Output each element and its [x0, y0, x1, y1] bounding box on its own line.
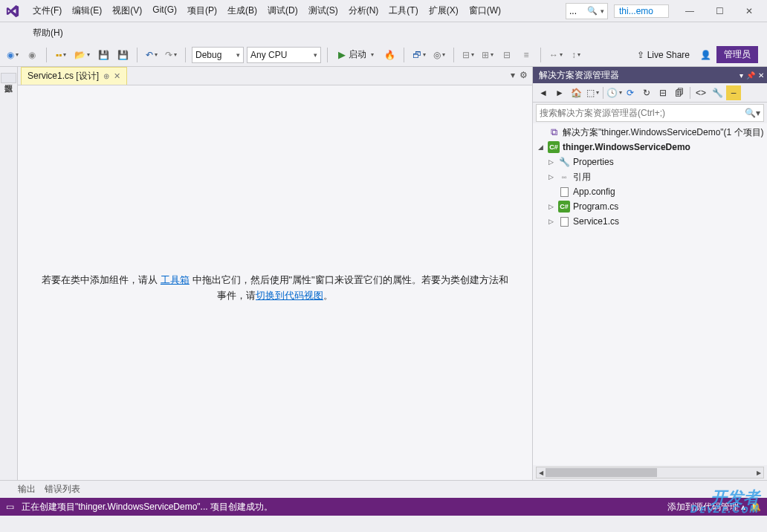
maximize-button[interactable]: ☐ [705, 0, 734, 22]
menu-view[interactable]: 视图(V) [108, 1, 146, 20]
pin-icon[interactable]: ⊕ [103, 72, 109, 80]
back-icon[interactable]: ◄ [536, 85, 551, 100]
save-button[interactable]: 💾 [95, 46, 111, 64]
align-mid-button[interactable]: ≡ [518, 46, 534, 64]
quick-launch-input[interactable] [569, 6, 587, 16]
document-tab-service1[interactable]: Service1.cs [设计] ⊕ ✕ [21, 67, 127, 85]
liveshare-icon: ⇪ [637, 50, 644, 60]
toolbox-link[interactable]: 工具箱 [161, 274, 190, 285]
search-placeholder: 搜索解决方案资源管理器(Ctrl+;) [540, 107, 665, 120]
output-tab[interactable]: 输出 [18, 483, 36, 496]
wrench-icon: 🔧 [558, 156, 570, 168]
switch-to-code-link[interactable]: 切换到代码视图 [256, 290, 323, 301]
spacing-v-button[interactable]: ↕ [568, 46, 584, 64]
tree-node-service1[interactable]: ▷ Service1.cs [533, 214, 767, 229]
align-center-button[interactable]: ⊞ [479, 46, 496, 64]
expander-icon[interactable]: ▷ [546, 218, 555, 225]
tab-label: Service1.cs [设计] [27, 70, 99, 82]
browser-link-button[interactable]: 🗗 [410, 46, 428, 64]
preview-selected-icon[interactable]: – [726, 85, 741, 100]
hot-reload-button[interactable]: 🔥 [381, 46, 398, 64]
solution-tree: ⧉ 解决方案"thinger.WindowsServiceDemo"(1 个项目… [533, 123, 767, 465]
solution-explorer-header[interactable]: 解决方案资源管理器 ▾ 📌 ✕ [533, 67, 767, 83]
play-icon: ▶ [338, 49, 346, 60]
live-share-button[interactable]: ⇪ Live Share [632, 46, 694, 64]
switch-views-icon[interactable]: ⬚ [585, 85, 600, 100]
tree-node-appconfig[interactable]: App.config [533, 184, 767, 199]
scroll-right-icon[interactable]: ▶ [754, 467, 763, 478]
window-position-icon[interactable]: ▾ [740, 71, 743, 80]
search-icon[interactable]: 🔍▾ [745, 108, 760, 118]
start-label: 启动 [349, 48, 366, 61]
tree-node-program[interactable]: ▷ C# Program.cs [533, 199, 767, 214]
expander-icon[interactable]: ▷ [546, 158, 555, 166]
solution-config-combo[interactable]: Debug▾ [192, 47, 244, 63]
tree-node-references[interactable]: ▷ ▫▫ 引用 [533, 169, 767, 184]
spacing-h-button[interactable]: ↔ [547, 46, 565, 64]
chevron-down-icon[interactable]: ▾ [601, 7, 604, 15]
nav-back-button[interactable]: ◉ [4, 46, 21, 64]
notification-icon[interactable]: 🔔 [750, 502, 761, 512]
scroll-left-icon[interactable]: ◀ [537, 467, 546, 478]
collapse-all-icon[interactable]: ⊟ [656, 85, 670, 100]
align-top-button[interactable]: ⊟ [499, 46, 515, 64]
main-menu: 文件(F) 编辑(E) 视图(V) Git(G) 项目(P) 生成(B) 调试(… [25, 1, 566, 20]
tree-node-properties[interactable]: ▷ 🔧 Properties [533, 155, 767, 169]
open-file-button[interactable]: 📂 [72, 46, 92, 64]
solution-platform-combo[interactable]: Any CPU▾ [247, 47, 321, 63]
tree-node-solution[interactable]: ⧉ 解决方案"thinger.WindowsServiceDemo"(1 个项目… [533, 125, 767, 140]
close-panel-icon[interactable]: ✕ [758, 71, 764, 80]
menu-file[interactable]: 文件(F) [28, 1, 66, 20]
admin-badge: 管理员 [716, 46, 758, 63]
menu-extensions[interactable]: 扩展(X) [424, 1, 463, 20]
view-code-icon[interactable]: <> [693, 85, 708, 100]
new-project-button[interactable]: ▪▪ [53, 46, 69, 64]
undo-button[interactable]: ↶ [143, 46, 160, 64]
refresh-icon[interactable]: ↻ [639, 85, 654, 100]
menu-project[interactable]: 项目(P) [183, 1, 221, 20]
tab-dropdown-icon[interactable]: ▾ [511, 70, 515, 80]
start-debugging-button[interactable]: ▶ 启动 [334, 46, 378, 64]
status-bar: ▭ 正在创建项目"thinger.WindowsServiceDemo"... … [0, 498, 767, 516]
expander-icon[interactable]: ◢ [536, 143, 545, 151]
expander-icon[interactable]: ▷ [546, 203, 555, 210]
tree-node-project[interactable]: ◢ C# thinger.WindowsServiceDemo [533, 140, 767, 155]
close-button[interactable]: ✕ [734, 0, 764, 22]
scroll-thumb[interactable] [546, 468, 657, 477]
menu-test[interactable]: 测试(S) [304, 1, 343, 20]
menu-debug[interactable]: 调试(D) [263, 1, 302, 20]
expander-icon[interactable]: ▷ [546, 173, 555, 181]
solution-name-display[interactable]: thi...emo [614, 4, 669, 18]
auto-hide-icon[interactable]: 📌 [746, 71, 755, 80]
menu-window[interactable]: 窗口(W) [465, 1, 505, 20]
preview-button[interactable]: ◎ [431, 46, 447, 64]
solution-explorer-search[interactable]: 搜索解决方案资源管理器(Ctrl+;) 🔍▾ [536, 104, 764, 122]
close-tab-icon[interactable]: ✕ [114, 71, 120, 81]
add-to-source-control[interactable]: 添加到源代码管理 ▴ [667, 501, 745, 513]
show-all-files-icon[interactable]: 🗐 [672, 85, 687, 100]
error-list-tab[interactable]: 错误列表 [45, 483, 80, 496]
data-sources-tab[interactable]: 数据源 [1, 73, 16, 83]
redo-button[interactable]: ↷ [163, 46, 179, 64]
tab-settings-icon[interactable]: ⚙ [520, 70, 528, 80]
horizontal-scrollbar[interactable]: ◀ ▶ [536, 467, 764, 479]
menu-tools[interactable]: 工具(T) [384, 1, 422, 20]
menu-git[interactable]: Git(G) [148, 1, 181, 20]
sync-icon[interactable]: ⟳ [623, 85, 638, 100]
align-left-button[interactable]: ⊟ [460, 46, 476, 64]
menu-build[interactable]: 生成(B) [223, 1, 262, 20]
quick-launch-search[interactable]: 🔍 ▾ [566, 3, 608, 19]
feedback-button[interactable]: 👤 [697, 46, 713, 64]
solution-explorer-panel: 解决方案资源管理器 ▾ 📌 ✕ ◄ ► 🏠 ⬚ 🕓 ⟳ ↻ ⊟ 🗐 <> 🔧 –… [532, 67, 767, 480]
minimize-button[interactable]: — [675, 0, 705, 22]
pending-changes-filter-icon[interactable]: 🕓 [606, 85, 621, 100]
save-all-button[interactable]: 💾 [114, 46, 131, 64]
nav-forward-button[interactable]: ◉ [24, 46, 40, 64]
forward-icon[interactable]: ► [552, 85, 567, 100]
home-icon[interactable]: 🏠 [569, 85, 583, 100]
properties-icon[interactable]: 🔧 [710, 85, 725, 100]
menu-analyze[interactable]: 分析(N) [344, 1, 384, 20]
menu-edit[interactable]: 编辑(E) [68, 1, 106, 20]
designer-surface[interactable]: 若要在类中添加组件，请从 工具箱 中拖出它们，然后使用"属性"窗口来设置它们的属… [18, 85, 532, 480]
menu-help[interactable]: 帮助(H) [28, 24, 68, 42]
